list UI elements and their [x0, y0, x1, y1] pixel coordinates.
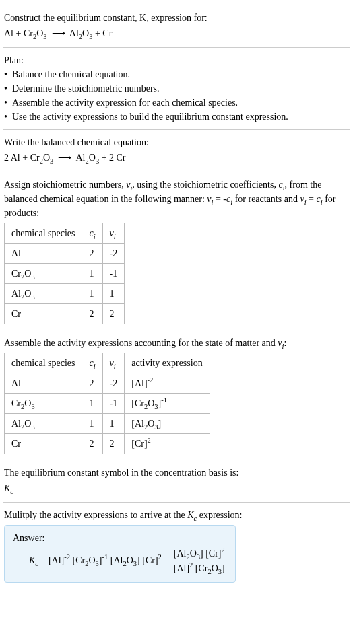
plan-b3-text: Assemble the activity expression for eac…: [12, 96, 349, 110]
sub-c: c: [10, 488, 13, 495]
th-nui: νi: [102, 353, 125, 373]
plan-bullet-2: •Determine the stoichiometric numbers.: [4, 81, 349, 96]
sub3: 3: [43, 33, 46, 40]
exp: -2: [64, 553, 70, 561]
th-nui: νi: [102, 223, 125, 244]
section-kc-symbol: The equilibrium constant symbol in the c…: [3, 460, 350, 502]
exp: 2: [222, 546, 225, 554]
plus: +: [92, 28, 102, 38]
denominator: [Al]2 [Cr2O3]: [172, 561, 227, 575]
cell-ci: 2: [82, 244, 102, 264]
sub3: 3: [31, 293, 34, 301]
final-text: Mulitply the activity expressions to arr…: [4, 508, 349, 522]
t1: Mulitply the activity expressions to arr…: [4, 510, 187, 520]
exp: -2: [148, 376, 154, 384]
species-al: Al: [69, 28, 79, 38]
species-cr: Cr: [11, 439, 21, 449]
coeff-2: 2: [4, 153, 11, 163]
cell-nui: 1: [102, 284, 125, 304]
species-al: Al: [11, 378, 21, 388]
table-row: Cr2O3 1 -1 [Cr2O3]-1: [5, 394, 210, 414]
species-cr: Cr: [209, 548, 218, 559]
t2: expression:: [197, 510, 242, 520]
species-al: Al: [11, 153, 20, 163]
species-cr: Cr: [135, 439, 144, 449]
species-o: O: [148, 419, 154, 429]
species-o: O: [24, 419, 31, 429]
table-row: Cr 2 2 [Cr]2: [5, 434, 210, 454]
exp: -1: [161, 396, 167, 404]
species-o: O: [88, 555, 95, 565]
balanced-heading: Write the balanced chemical equation:: [4, 135, 349, 149]
cell-species: Cr: [5, 304, 82, 324]
fraction: [Al2O3] [Cr]2[Al]2 [Cr2O3]: [172, 546, 227, 575]
species-o: O: [24, 398, 31, 408]
answer-label: Answer:: [13, 531, 227, 545]
rbr: ]: [158, 419, 162, 429]
cell-species: Al: [5, 244, 82, 264]
species-cr: Cr: [146, 555, 155, 565]
cell-ci: 1: [82, 394, 102, 414]
cell-ci: 2: [82, 373, 102, 394]
cell-species: Cr: [5, 434, 82, 454]
sub-i: i: [94, 363, 96, 370]
species-al: Al: [4, 28, 13, 38]
sub-i: i: [114, 363, 116, 370]
species-cr: Cr: [11, 398, 21, 408]
plan-b4-text: Use the activity expressions to build th…: [12, 110, 349, 124]
numerator: [Al2O3] [Cr]2: [172, 546, 227, 561]
section-intro: Construct the equilibrium constant, K, e…: [3, 4, 350, 47]
cell-species: Cr2O3: [5, 394, 82, 414]
coeff-2: 2: [109, 153, 117, 163]
cell-ci: 2: [82, 304, 102, 324]
species-o: O: [24, 289, 31, 299]
section-plan: Plan: •Balance the chemical equation. •D…: [3, 47, 350, 129]
species-cr: Cr: [24, 28, 33, 38]
cell-ci: 2: [82, 434, 102, 454]
kc-text: The equilibrium constant symbol in the c…: [4, 466, 349, 480]
species-cr: Cr: [135, 398, 144, 408]
species-cr: Cr: [198, 563, 207, 573]
plus: +: [20, 153, 30, 163]
cell-species: Al2O3: [5, 284, 82, 304]
species-al: Al: [176, 563, 186, 573]
plan-b1-text: Balance the chemical equation.: [12, 67, 349, 81]
table-row: Al2O3 1 1 [Al2O3]: [5, 414, 210, 434]
t2: , using the stoichiometric coefficients,: [132, 180, 278, 190]
eq: =: [162, 555, 172, 565]
cell-nui: 1: [102, 414, 125, 434]
species-o: O: [24, 269, 31, 279]
species-o: O: [190, 548, 197, 559]
species-al: Al: [113, 555, 123, 565]
species-cr: Cr: [11, 269, 21, 279]
sub3: 3: [50, 157, 53, 165]
answer-box: Answer: Kc = [Al]-2 [Cr2O3]-1 [Al2O3] [C…: [4, 525, 236, 583]
species-o: O: [89, 153, 96, 163]
intro-text: Construct the equilibrium constant, K, e…: [4, 11, 349, 25]
species-al: Al: [11, 419, 21, 429]
section-stoich-numbers: Assign stoichiometric numbers, νi, using…: [3, 172, 350, 330]
intro-line1: Construct the equilibrium constant, K, e…: [4, 13, 207, 23]
th-activity: activity expression: [125, 353, 210, 373]
cell-nui: 2: [102, 434, 125, 454]
t1: Assign stoichiometric numbers,: [4, 180, 126, 190]
cell-activity: [Al2O3]: [125, 414, 210, 434]
th-ci: ci: [82, 353, 102, 373]
species-o: O: [43, 153, 50, 163]
activity-table: chemical species ci νi activity expressi…: [4, 353, 210, 454]
table-row: Al2O3 1 1: [5, 284, 125, 304]
species-o: O: [127, 555, 133, 565]
sub-i: i: [114, 233, 116, 240]
cell-nui: -1: [102, 394, 125, 414]
plus: +: [13, 28, 24, 38]
section-final: Mulitply the activity expressions to arr…: [3, 502, 350, 588]
cell-nui: 2: [102, 304, 125, 324]
sub-i: i: [94, 233, 96, 240]
species-cr: Cr: [117, 153, 126, 163]
sub3: 3: [31, 403, 34, 410]
section-activity: Assemble the activity expressions accoun…: [3, 330, 350, 460]
cell-activity: [Cr2O3]-1: [125, 394, 210, 414]
stoich-text: Assign stoichiometric numbers, νi, using…: [4, 178, 349, 220]
species-o: O: [82, 28, 89, 38]
bullet-icon: •: [4, 67, 12, 81]
